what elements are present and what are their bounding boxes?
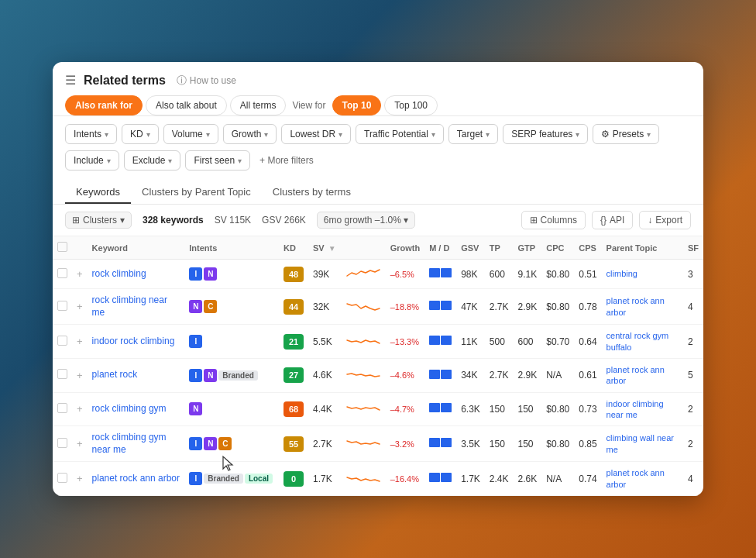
growth-stat[interactable]: 6mo growth –1.0% ▾ [317, 212, 415, 229]
add-keyword-icon[interactable]: + [77, 438, 83, 450]
intent-badge-i: I [189, 437, 202, 450]
add-keyword-icon[interactable]: + [77, 403, 83, 415]
chevron-down-icon: ▾ [338, 130, 342, 139]
md-bar-low [441, 473, 452, 482]
parent-topic-link[interactable]: planet rock ann arbor [607, 467, 679, 490]
filter-presets[interactable]: ⚙ Presets ▾ [593, 124, 659, 144]
filter-serp-features[interactable]: SERP features ▾ [503, 124, 588, 144]
tab-clusters-parent[interactable]: Clusters by Parent Topic [131, 181, 262, 204]
intent-badge-i: I [189, 472, 202, 485]
parent-topic-link[interactable]: indoor climbing near me [607, 398, 679, 421]
md-cell [424, 289, 456, 325]
add-keyword-icon[interactable]: + [77, 301, 83, 312]
keyword-link[interactable]: rock climbing near me [92, 294, 180, 319]
keyword-link[interactable]: rock climbing gym near me [92, 432, 180, 456]
info-icon: ⓘ [177, 74, 187, 88]
volume-bar [429, 438, 452, 447]
tab-clusters-terms[interactable]: Clusters by terms [262, 181, 362, 204]
select-all-checkbox[interactable] [57, 242, 67, 252]
filter-intents[interactable]: Intents ▾ [65, 124, 117, 144]
cps-cell: 0.73 [574, 392, 601, 426]
chevron-down-icon: ▾ [404, 215, 408, 226]
row-checkbox[interactable] [57, 336, 67, 346]
tab-keywords[interactable]: Keywords [65, 181, 131, 204]
main-card: ☰ Related terms ⓘ How to use Also rank f… [53, 62, 703, 496]
table-row: +planet rock ann arborIBrandedLocal01.7K… [53, 462, 703, 496]
keyword-link[interactable]: rock climbing gym [92, 403, 167, 415]
filter-lowest-dr[interactable]: Lowest DR ▾ [281, 124, 351, 144]
more-filters-link[interactable]: + More filters [255, 151, 318, 170]
sv-cell: 39K [308, 260, 341, 289]
gsv-cell: 47K [456, 289, 485, 325]
export-button[interactable]: ↓ Export [639, 211, 691, 229]
parent-topic-link[interactable]: planet rock ann arbor [607, 364, 679, 387]
parent-topic-link[interactable]: climbing [607, 268, 637, 279]
parent-topic-link[interactable]: planet rock ann arbor [607, 295, 679, 318]
keyword-link[interactable]: planet rock ann arbor [92, 473, 180, 485]
sf-cell: 2 [683, 426, 703, 462]
sparkline-chart [345, 298, 381, 313]
tab-top-100[interactable]: Top 100 [384, 95, 438, 115]
nav-tabs-row: Keywords Clusters by Parent Topic Cluste… [53, 175, 703, 205]
parent-topic-link[interactable]: central rock gym buffalo [607, 330, 679, 353]
filter-traffic-potential[interactable]: Traffic Potential ▾ [356, 124, 444, 144]
md-cell [424, 392, 456, 426]
filter-target[interactable]: Target ▾ [448, 124, 498, 144]
tab-all-terms[interactable]: All terms [230, 95, 287, 115]
view-for-label: View for [289, 100, 328, 111]
keyword-link[interactable]: planet rock [92, 369, 138, 381]
export-icon: ↓ [648, 215, 652, 226]
add-keyword-icon[interactable]: + [77, 268, 83, 280]
columns-button[interactable]: ⊞ Columns [521, 211, 586, 229]
add-keyword-icon[interactable]: + [77, 473, 83, 484]
cpc-cell: $0.80 [541, 289, 574, 325]
kd-badge: 55 [284, 436, 304, 452]
gsv-cell: 1.7K [456, 462, 485, 496]
keywords-table: Keyword Intents KD SV ▼ Growth M / D GSV… [53, 236, 703, 496]
chevron-down-icon: ▾ [120, 215, 125, 226]
how-to-use-link[interactable]: ⓘ How to use [177, 74, 236, 88]
keywords-count: 328 keywords [143, 215, 204, 226]
filter-include[interactable]: Include ▾ [65, 150, 119, 170]
intent-badge-n: N [204, 437, 217, 450]
filter-exclude[interactable]: Exclude ▾ [124, 150, 181, 170]
parent-topic-link[interactable]: climbing wall near me [607, 432, 679, 455]
row-checkbox[interactable] [57, 438, 67, 448]
gtp-cell: 150 [514, 426, 542, 462]
sparkline-chart [345, 400, 381, 415]
filter-kd[interactable]: KD ▾ [122, 124, 159, 144]
tab-also-rank-for[interactable]: Also rank for [65, 95, 143, 115]
keyword-link[interactable]: indoor rock climbing [92, 336, 175, 348]
menu-icon[interactable]: ☰ [65, 73, 76, 88]
tab-top-10[interactable]: Top 10 [332, 95, 382, 115]
cps-cell: 0.78 [574, 289, 601, 325]
row-checkbox[interactable] [57, 268, 67, 278]
col-intents: Intents [184, 236, 279, 260]
filter-growth[interactable]: Growth ▾ [223, 124, 277, 144]
col-sv[interactable]: SV ▼ [308, 236, 341, 260]
gtp-cell: 600 [514, 325, 542, 359]
table-wrapper: Keyword Intents KD SV ▼ Growth M / D GSV… [53, 236, 703, 496]
volume-bar [429, 403, 452, 412]
filter-first-seen[interactable]: First seen ▾ [185, 150, 250, 170]
add-keyword-icon[interactable]: + [77, 370, 83, 381]
filter-volume[interactable]: Volume ▾ [163, 124, 218, 144]
cps-cell: 0.74 [574, 462, 601, 496]
growth-cell: –13.3% [386, 325, 425, 359]
row-checkbox[interactable] [57, 403, 67, 413]
tab-also-talk-about[interactable]: Also talk about [146, 95, 227, 115]
row-checkbox[interactable] [57, 301, 67, 311]
sparkline-chart [345, 367, 381, 382]
kd-badge: 48 [284, 267, 304, 282]
intents-cell: NC [184, 289, 279, 325]
intent-badge-c: C [218, 437, 232, 450]
page-title: Related terms [84, 74, 166, 88]
keyword-link[interactable]: rock climbing [92, 268, 146, 281]
add-keyword-icon[interactable]: + [77, 336, 83, 347]
gtp-cell: 2.9K [514, 289, 542, 325]
row-checkbox[interactable] [57, 473, 67, 483]
row-checkbox[interactable] [57, 369, 67, 379]
volume-bar [429, 336, 452, 345]
clusters-button[interactable]: ⊞ Clusters ▾ [65, 212, 132, 229]
api-button[interactable]: {} API [592, 211, 633, 229]
